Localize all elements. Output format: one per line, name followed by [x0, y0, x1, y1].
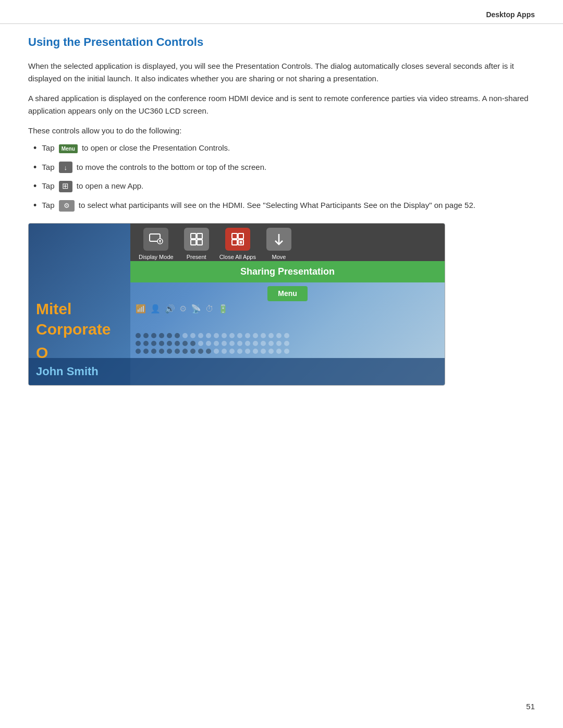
- tb-icon2: 👤: [150, 303, 161, 315]
- move-down-inline-icon: ↓: [59, 162, 72, 173]
- dot: [143, 341, 149, 346]
- bullet-list: • Tap Menu to open or close the Presenta…: [28, 142, 535, 212]
- dot: [136, 341, 141, 346]
- present-button[interactable]: Present: [184, 228, 209, 262]
- paragraph2: A shared application is displayed on the…: [28, 92, 535, 117]
- dot: [214, 333, 219, 338]
- control-bar: Display Mode Present: [130, 224, 445, 266]
- dot: [175, 333, 180, 338]
- bullet-dot: •: [33, 163, 36, 172]
- tb-icon6: ⏱: [205, 303, 214, 315]
- dot: [276, 333, 282, 338]
- dot: [214, 341, 219, 346]
- page-number: 51: [526, 701, 535, 713]
- dot: [167, 349, 172, 354]
- dot: [222, 333, 227, 338]
- dot: [253, 341, 258, 346]
- svg-rect-4: [191, 240, 196, 245]
- dot: [151, 333, 156, 338]
- dot: [136, 333, 141, 338]
- dot: [182, 341, 188, 346]
- dot: [167, 341, 172, 346]
- dot: [175, 341, 180, 346]
- dot: [229, 349, 235, 354]
- display-mode-inline-icon: ⚙: [59, 200, 75, 212]
- dot: [245, 333, 250, 338]
- dot: [190, 341, 195, 346]
- dot: [222, 341, 227, 346]
- move-icon: [266, 228, 291, 251]
- list-item: • Tap ↓ to move the controls to the bott…: [33, 162, 535, 174]
- dot: [143, 349, 149, 354]
- dot: [222, 349, 227, 354]
- display-mode-icon: [143, 228, 168, 251]
- dots-decoration: [130, 333, 445, 354]
- bullet2-text: Tap ↓ to move the controls to the bottom…: [42, 162, 266, 174]
- dot: [151, 341, 156, 346]
- dot: [268, 349, 274, 354]
- dot: [261, 333, 266, 338]
- svg-rect-8: [232, 240, 237, 245]
- close-all-apps-button[interactable]: Close All Apps: [219, 228, 256, 262]
- paragraph1: When the selected application is display…: [28, 60, 535, 85]
- list-item: • Tap Menu to open or close the Presenta…: [33, 142, 535, 154]
- svg-rect-5: [197, 240, 202, 245]
- sharing-label: Sharing Presentation: [240, 266, 335, 277]
- svg-rect-2: [191, 233, 196, 239]
- john-smith-name: John Smith: [36, 363, 99, 380]
- section-title: Using the Presentation Controls: [28, 33, 535, 51]
- dot: [237, 341, 242, 346]
- dot: [229, 341, 235, 346]
- present-label: Present: [187, 253, 206, 262]
- dot: [253, 349, 258, 354]
- tb-icon4: ⚙: [179, 303, 187, 315]
- dot: [190, 349, 195, 354]
- svg-rect-7: [238, 233, 243, 239]
- close-all-apps-label: Close All Apps: [219, 253, 256, 262]
- dot: [229, 333, 235, 338]
- dot: [136, 349, 141, 354]
- dot: [214, 349, 219, 354]
- screenshot-container: Mitel Corporate O Display Mode: [28, 223, 445, 386]
- mitel-name: Mitel: [36, 300, 124, 317]
- display-mode-button[interactable]: Display Mode: [139, 228, 174, 262]
- dot: [159, 333, 164, 338]
- dot: [182, 349, 188, 354]
- bullet1-text: Tap Menu to open or close the Presentati…: [42, 142, 230, 154]
- dot: [261, 349, 266, 354]
- tb-icon3: 🔊: [165, 303, 175, 315]
- menu-inline-button: Menu: [59, 144, 78, 153]
- john-smith-bar: John Smith: [29, 358, 445, 385]
- dot: [198, 333, 203, 338]
- dot: [253, 333, 258, 338]
- move-button[interactable]: Move: [266, 228, 291, 262]
- dot: [268, 333, 274, 338]
- tb-icon5: 📡: [191, 303, 201, 315]
- dot: [284, 349, 289, 354]
- dot: [159, 341, 164, 346]
- menu-button[interactable]: Menu: [267, 286, 308, 301]
- dot: [206, 341, 211, 346]
- dot: [198, 349, 203, 354]
- dots-row2: [136, 341, 439, 346]
- dot: [276, 341, 282, 346]
- sharing-presentation-bar: Sharing Presentation: [130, 261, 445, 282]
- dot: [237, 333, 242, 338]
- dot: [245, 341, 250, 346]
- dot: [206, 333, 211, 338]
- dots-row3: [136, 349, 439, 354]
- dot: [175, 349, 180, 354]
- move-label: Move: [272, 253, 286, 262]
- list-item: • Tap ⚙ to select what participants will…: [33, 200, 535, 212]
- dot: [151, 349, 156, 354]
- page-content: Using the Presentation Controls When the…: [0, 33, 563, 386]
- toolbar-icons-row: 📶 👤 🔊 ⚙ 📡 ⏱ 🔋: [130, 301, 445, 317]
- dot: [268, 341, 274, 346]
- bullet-dot: •: [33, 143, 36, 153]
- dot: [167, 333, 172, 338]
- dot: [245, 349, 250, 354]
- dot: [284, 341, 289, 346]
- list-item: • Tap ⊞ to open a new App.: [33, 180, 535, 192]
- tb-icon7: 🔋: [218, 303, 228, 315]
- header-title: Desktop Apps: [486, 9, 535, 20]
